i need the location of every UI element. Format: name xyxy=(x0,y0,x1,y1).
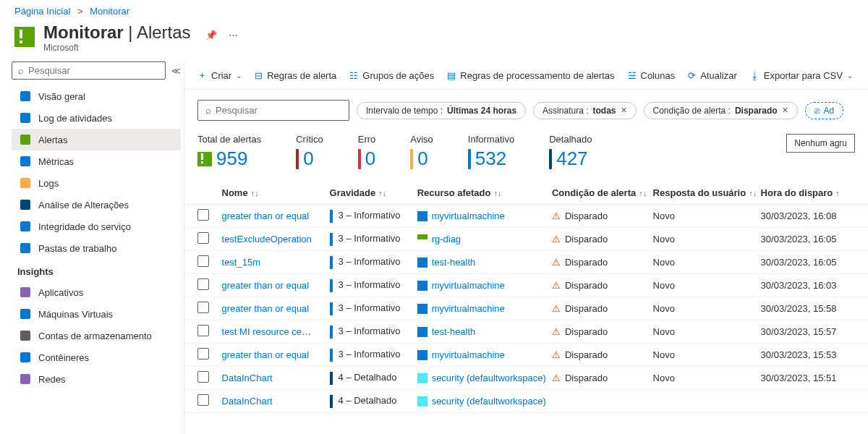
sidebar-item-integridade-do-serviço[interactable]: Integridade do serviço xyxy=(12,216,181,237)
refresh-button[interactable]: ⟳Atualizar xyxy=(688,70,737,81)
condition-cell: ⚠Disparado xyxy=(552,349,653,360)
col-response[interactable]: Resposta do usuário↑↓ xyxy=(653,187,761,198)
alert-rules-button[interactable]: ⊟Regras de alerta xyxy=(255,70,336,81)
row-checkbox[interactable] xyxy=(197,278,209,290)
alert-name-link[interactable]: DataInChart xyxy=(222,373,273,383)
close-icon[interactable]: ✕ xyxy=(782,106,788,115)
processing-rules-button[interactable]: ▤Regras de processamento de alertas xyxy=(447,70,614,81)
time-cell: 30/03/2023, 16:05 xyxy=(761,234,855,244)
sidebar-item-alertas[interactable]: Alertas xyxy=(12,129,181,150)
alert-name-link[interactable]: greater than or equal xyxy=(222,210,310,221)
sidebar-item-métricas[interactable]: Métricas xyxy=(12,150,181,172)
table-row[interactable]: test_15m3 – Informativotest-health⚠Dispa… xyxy=(184,251,868,274)
resource-link[interactable]: test-health xyxy=(432,257,476,268)
alert-name-link[interactable]: greater than or equal xyxy=(222,303,310,314)
filter-subscription[interactable]: Assinatura : todas✕ xyxy=(533,102,636,119)
row-checkbox[interactable] xyxy=(197,348,209,359)
sidebar-item-contas-de-armazenamento[interactable]: Contas de armazenamento xyxy=(12,325,181,346)
filter-search-input[interactable] xyxy=(216,105,341,116)
table-row[interactable]: testExcludeOperation3 – Informativorg-di… xyxy=(184,228,868,251)
filter-time-range[interactable]: Intervalo de tempo : Últimas 24 horas xyxy=(357,102,526,119)
resource-icon xyxy=(417,281,427,291)
alert-name-link[interactable]: test MI resource ce… xyxy=(222,326,312,337)
sidebar-item-logs[interactable]: Logs xyxy=(12,172,181,194)
col-name[interactable]: Nome↑↓ xyxy=(222,187,330,198)
collapse-sidebar-icon[interactable]: ≪ xyxy=(171,66,181,76)
condition-cell: ⚠Disparado xyxy=(552,326,653,337)
resource-link[interactable]: myvirtualmachine xyxy=(432,349,505,360)
summary-total[interactable]: Total de alertas 959 xyxy=(197,134,261,170)
sidebar-item-análise-de-alterações[interactable]: Análise de Alterações xyxy=(12,194,181,216)
alert-name-link[interactable]: test_15m xyxy=(222,257,260,268)
table-row[interactable]: greater than or equal3 – Informativomyvi… xyxy=(184,297,868,320)
table-row[interactable]: greater than or equal3 – Informativomyvi… xyxy=(184,205,868,228)
sidebar-search[interactable]: ⌕ xyxy=(12,61,166,80)
col-severity[interactable]: Gravidade↑↓ xyxy=(330,187,417,198)
grouping-dropdown[interactable]: Nenhum agru xyxy=(786,134,855,153)
alert-name-link[interactable]: greater than or equal xyxy=(222,349,310,360)
add-filter-button[interactable]: ⎚Ad xyxy=(805,102,844,119)
summary-row: Total de alertas 959 Crítico 0 Erro 0 Av… xyxy=(184,128,868,180)
row-checkbox[interactable] xyxy=(197,302,209,313)
resource-icon xyxy=(417,211,427,221)
create-button[interactable]: ＋Criar⌄ xyxy=(197,69,242,82)
resource-link[interactable]: test-health xyxy=(432,326,476,337)
sidebar-item-redes[interactable]: Redes xyxy=(12,368,181,390)
resource-link[interactable]: rg-diag xyxy=(432,234,461,244)
alert-name-link[interactable]: DataInChart xyxy=(222,396,273,407)
resource-link[interactable]: myvirtualmachine xyxy=(432,210,505,221)
col-condition[interactable]: Condição de alerta↑↓ xyxy=(552,187,653,198)
summary-critical[interactable]: Crítico 0 xyxy=(296,134,323,170)
table-row[interactable]: test MI resource ce…3 – Informativotest-… xyxy=(184,320,868,344)
log-icon xyxy=(20,112,31,124)
row-checkbox[interactable] xyxy=(197,232,209,244)
breadcrumb-current[interactable]: Monitorar xyxy=(90,6,129,17)
sidebar-item-visão-geral[interactable]: Visão geral xyxy=(12,85,181,107)
summary-informational[interactable]: Informativo 532 xyxy=(468,134,514,170)
resource-link[interactable]: security (defaultworkspace) xyxy=(432,396,546,407)
summary-error[interactable]: Erro 0 xyxy=(358,134,376,170)
table-row[interactable]: greater than or equal3 – Informativomyvi… xyxy=(184,344,868,367)
severity-cell: 3 – Informativo xyxy=(330,326,417,339)
breadcrumb-home[interactable]: Página Inicial xyxy=(14,6,70,17)
export-csv-button[interactable]: ⭳Exportar para CSV⌄ xyxy=(750,70,853,81)
alert-name-link[interactable]: greater than or equal xyxy=(222,280,310,291)
action-groups-button[interactable]: ☷Grupos de ações xyxy=(349,70,434,81)
severity-cell: 3 – Informativo xyxy=(330,279,417,292)
row-checkbox[interactable] xyxy=(197,325,209,336)
resource-icon xyxy=(417,350,427,360)
sidebar-item-contêineres[interactable]: Contêineres xyxy=(12,346,181,368)
row-checkbox[interactable] xyxy=(197,394,209,406)
filter-alert-condition[interactable]: Condição de alerta : Disparado✕ xyxy=(644,102,798,119)
warning-icon: ⚠ xyxy=(552,349,561,360)
row-checkbox[interactable] xyxy=(197,209,209,221)
sidebar-item-máquinas-virtuais[interactable]: Máquinas Virtuais xyxy=(12,303,181,325)
resource-link[interactable]: myvirtualmachine xyxy=(432,303,505,314)
pin-icon[interactable]: 📌 xyxy=(205,30,217,41)
resource-link[interactable]: myvirtualmachine xyxy=(432,280,505,291)
table-row[interactable]: DataInChart4 – Detalhadosecurity (defaul… xyxy=(184,390,868,413)
sidebar-item-aplicativos[interactable]: Aplicativos xyxy=(12,281,181,303)
filter-search[interactable]: ⌕ xyxy=(197,100,349,121)
more-icon[interactable]: ⋯ xyxy=(229,30,238,41)
row-checkbox[interactable] xyxy=(197,255,209,267)
sidebar-item-label: Visão geral xyxy=(38,91,85,102)
rules-icon: ⊟ xyxy=(255,70,263,81)
close-icon[interactable]: ✕ xyxy=(621,106,627,115)
sidebar-item-log-de-atividades[interactable]: Log de atividades xyxy=(12,107,181,129)
summary-warning[interactable]: Aviso 0 xyxy=(410,134,433,170)
columns-button[interactable]: ☱Colunas xyxy=(628,70,676,81)
resource-link[interactable]: security (defaultworkspace) xyxy=(432,373,546,383)
col-time[interactable]: Hora do disparo↑ xyxy=(761,187,855,198)
warning-icon: ⚠ xyxy=(552,280,561,291)
table-row[interactable]: greater than or equal3 – Informativomyvi… xyxy=(184,274,868,297)
col-resource[interactable]: Recurso afetado↑↓ xyxy=(417,187,552,198)
alert-name-link[interactable]: testExcludeOperation xyxy=(222,234,312,244)
sidebar-item-pastas-de-trabalho[interactable]: Pastas de trabalho xyxy=(12,237,181,259)
insight-icon xyxy=(20,330,31,341)
summary-verbose[interactable]: Detalhado 427 xyxy=(549,134,592,170)
sidebar-item-label: Log de atividades xyxy=(38,113,112,124)
row-checkbox[interactable] xyxy=(197,371,209,383)
table-row[interactable]: DataInChart4 – Detalhadosecurity (defaul… xyxy=(184,367,868,390)
sidebar-search-input[interactable] xyxy=(28,65,159,76)
